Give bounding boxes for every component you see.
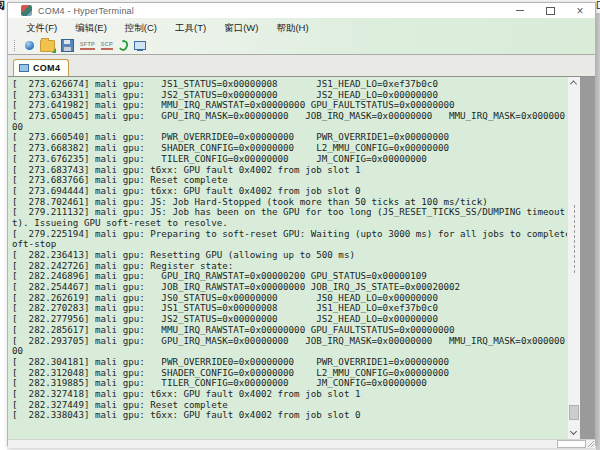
hyperterminal-window: COM4 - HyperTerminal × 文件(F)编辑(E)控制(C)工具… <box>7 2 596 446</box>
close-button[interactable]: × <box>565 3 595 18</box>
background-text-fragment-d: D <box>596 0 600 11</box>
minimize-button[interactable] <box>505 3 535 18</box>
background-text-fragment: 阅 <box>0 0 5 13</box>
menu-item-5[interactable]: 窗口(W) <box>215 18 267 37</box>
open-folder-icon[interactable] <box>40 40 55 52</box>
scp-icon[interactable]: SCP <box>101 41 113 50</box>
refresh-icon[interactable] <box>119 41 128 50</box>
background-window-right-sliver <box>596 0 600 450</box>
status-bar <box>8 439 595 448</box>
menu-item-2[interactable]: 编辑(E) <box>66 18 116 37</box>
toolbar-grip <box>14 40 17 51</box>
connect-icon[interactable] <box>25 41 34 50</box>
background-window-left-sliver: 阅 <box>0 0 7 450</box>
terminal-output[interactable]: [ 273.626674] mali gpu: JS1_STATUS=0x000… <box>8 77 567 439</box>
menu-item-1[interactable]: 文件(F) <box>17 18 66 37</box>
scrollbar-position-marker <box>574 205 575 273</box>
terminal-line: [ 273.694444] mali gpu: t6xx: GPU fault … <box>12 186 567 197</box>
terminal-line: [ 282.304181] mali gpu: PWR_OVERRIDE0=0x… <box>12 357 567 368</box>
chrome-band: 文件(F)编辑(E)控制(C)工具(T)窗口(W)帮助(H) SFTPSCP <box>8 18 595 55</box>
tab-com4[interactable]: COM4 <box>13 59 69 76</box>
session-tab-bar: COM4 <box>8 55 595 76</box>
menu-item-3[interactable]: 控制(C) <box>116 18 166 37</box>
background-window-topright-sliver: D <box>596 0 600 13</box>
maximize-button[interactable] <box>535 3 565 18</box>
terminal-line: [ 282.293705] mali gpu: GPU_IRQ_MASK=0x0… <box>12 336 567 347</box>
title-bar[interactable]: COM4 - HyperTerminal × <box>8 3 595 18</box>
toolbar: SFTPSCP <box>8 37 595 55</box>
menu-item-6[interactable]: 帮助(H) <box>267 18 317 37</box>
resize-grip-icon[interactable] <box>587 440 594 447</box>
terminal-line: [ 282.338043] mali gpu: t6xx: GPU fault … <box>12 410 567 421</box>
scroll-up-icon[interactable] <box>571 80 577 86</box>
save-icon[interactable] <box>61 39 74 52</box>
window-controls: × <box>505 3 595 18</box>
maximize-icon <box>546 7 555 15</box>
vertical-scrollbar[interactable] <box>567 77 580 439</box>
terminal-line: [ 273.676235] mali gpu: TILER_CONFIG=0x0… <box>12 154 567 165</box>
app-icon <box>21 5 32 16</box>
scrollbar-thumb[interactable] <box>569 405 579 420</box>
status-pane <box>557 440 586 448</box>
terminal-line: [ 279.225194] mali gpu: Preparing to sof… <box>12 229 567 240</box>
scroll-down-icon[interactable] <box>571 429 577 435</box>
terminal-client-area: [ 273.626674] mali gpu: JS1_STATUS=0x000… <box>8 76 595 439</box>
menu-item-4[interactable]: 工具(T) <box>166 18 215 37</box>
terminal-line: [ 273.650045] mali gpu: GPU_IRQ_MASK=0x0… <box>12 111 567 122</box>
minimize-icon <box>516 10 524 11</box>
terminal-line: [ 282.285617] mali gpu: MMU_IRQ_RAWSTAT=… <box>12 325 567 336</box>
monitor-icon <box>19 64 29 72</box>
tab-label: COM4 <box>33 63 60 73</box>
sftp-icon[interactable]: SFTP <box>80 41 95 50</box>
window-title: COM4 - HyperTerminal <box>38 6 134 16</box>
monitor-icon[interactable] <box>134 41 146 51</box>
menu-bar: 文件(F)编辑(E)控制(C)工具(T)窗口(W)帮助(H) <box>8 18 595 37</box>
